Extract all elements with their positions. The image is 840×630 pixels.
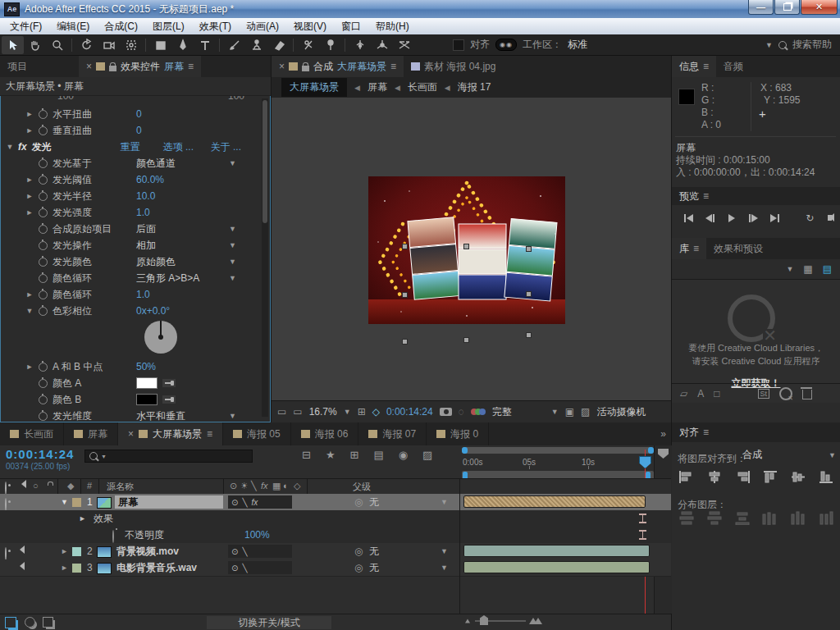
selection-handle[interactable] xyxy=(463,244,469,249)
menu-composition[interactable]: 合成(C) xyxy=(97,18,145,35)
motion-blur-icon[interactable]: ◉ xyxy=(399,449,408,461)
first-frame-button[interactable] xyxy=(680,212,696,224)
workspace-dropdown[interactable]: 标准 ▼ xyxy=(568,38,773,52)
mask-visibility-icon[interactable]: ◇ xyxy=(372,406,380,418)
effect-row[interactable]: ▼ 色彩相位 0x+0.0° xyxy=(0,303,271,319)
selection-handle[interactable] xyxy=(526,246,532,252)
brush-tool[interactable] xyxy=(223,36,245,54)
pickwhip-icon[interactable]: ◎ xyxy=(354,494,363,510)
always-preview-icon[interactable]: ▭ xyxy=(277,406,286,418)
roto-brush-tool[interactable] xyxy=(297,36,319,54)
effect-row[interactable]: 颜色 A xyxy=(0,375,271,391)
group-expander[interactable]: ► xyxy=(79,510,86,527)
property-value[interactable]: 0x+0.0° xyxy=(136,305,170,317)
layer-bar-audio[interactable] xyxy=(463,561,650,573)
close-icon[interactable]: × xyxy=(279,61,285,72)
parent-dropdown[interactable]: 无▼ xyxy=(369,494,448,510)
pickwhip-icon[interactable]: ◎ xyxy=(354,559,363,576)
comp-marker-bin-icon[interactable] xyxy=(658,449,669,459)
scrollbar-cap[interactable] xyxy=(462,447,468,454)
align-checkbox[interactable] xyxy=(453,39,464,51)
composition-viewport[interactable] xyxy=(272,98,672,400)
dropdown-field[interactable]: 后面▼ xyxy=(136,222,236,236)
stopwatch-icon[interactable] xyxy=(39,412,48,421)
expand-transfer-controls-icon[interactable] xyxy=(25,617,35,628)
graph-editor-icon[interactable]: ▨ xyxy=(422,449,432,461)
stopwatch-icon[interactable] xyxy=(112,530,114,543)
tab-comp[interactable]: 屏幕 xyxy=(64,422,118,445)
align-vcenter-icon[interactable] xyxy=(790,470,806,486)
panel-menu-icon[interactable]: ≡ xyxy=(703,190,709,202)
resolution-value[interactable]: 完整 xyxy=(492,405,512,419)
keyframe-in-out-marker[interactable] xyxy=(639,530,646,540)
effect-row[interactable]: ► 垂直扭曲 0 xyxy=(0,122,271,139)
tab-align[interactable]: 对齐 ≡ xyxy=(672,422,716,442)
property-value[interactable]: 60.0% xyxy=(136,174,164,185)
snapshot-icon[interactable] xyxy=(440,408,452,416)
property-value[interactable]: 1.0 xyxy=(136,289,150,300)
breadcrumb-item[interactable]: 屏幕 xyxy=(368,80,387,94)
library-dropdown[interactable]: ▼ xyxy=(786,265,793,273)
character-styles-icon[interactable]: A xyxy=(697,388,704,399)
menu-effect[interactable]: 效果(T) xyxy=(192,18,239,35)
effect-header-row[interactable]: ▼ fx 发光 重置 选项 ... 关于 ... xyxy=(0,139,271,155)
breadcrumb-item[interactable]: 海报 17 xyxy=(458,80,491,94)
clone-stamp-tool[interactable] xyxy=(245,36,267,54)
scrollbar[interactable] xyxy=(262,98,268,417)
zoom-tool[interactable] xyxy=(46,36,68,54)
restore-button[interactable] xyxy=(774,0,800,15)
expander-icon[interactable]: ► xyxy=(23,363,36,371)
label-color-swatch[interactable] xyxy=(72,547,81,556)
hide-shy-layers-icon[interactable]: ⊞ xyxy=(350,449,359,461)
property-value[interactable]: 0 xyxy=(136,125,142,136)
stopwatch-icon[interactable] xyxy=(39,258,48,267)
color-a-swatch[interactable] xyxy=(136,377,158,389)
tab-project[interactable]: 项目 xyxy=(0,56,79,77)
timeline-zoom-slider[interactable] xyxy=(475,620,526,622)
tab-footage[interactable]: 素材 海报 04.jpg xyxy=(404,56,503,77)
tab-composition[interactable]: × 合成 大屏幕场景 ≡ xyxy=(272,56,404,77)
axis-view-icon[interactable] xyxy=(393,36,415,54)
eraser-tool[interactable] xyxy=(267,36,290,54)
effect-row[interactable]: ► 发光强度 1.0 xyxy=(0,204,271,221)
effect-row[interactable]: 发光维度 水平和垂直▼ xyxy=(0,408,271,424)
axis-world-icon[interactable] xyxy=(371,36,393,54)
selection-handle[interactable] xyxy=(402,339,408,345)
chevron-down-icon[interactable]: ▼ xyxy=(344,408,351,416)
tab-libraries[interactable]: 库 ≡ xyxy=(672,238,706,259)
effect-row[interactable]: ► 水平扭曲 0 xyxy=(0,106,271,122)
close-icon[interactable]: × xyxy=(128,428,134,440)
dropdown-field[interactable]: 颜色通道▼ xyxy=(136,157,236,171)
property-value[interactable]: 50% xyxy=(136,361,156,372)
effect-row[interactable]: 颜色循环 三角形 A>B>A▼ xyxy=(0,270,271,286)
parent-dropdown[interactable]: 无▼ xyxy=(369,559,448,576)
chevron-down-icon[interactable]: ▼ xyxy=(551,408,559,416)
selection-handle[interactable] xyxy=(402,244,408,249)
align-hcenter-icon[interactable] xyxy=(706,470,723,486)
tab-comp[interactable]: 海报 05 xyxy=(223,422,291,445)
tab-audio[interactable]: 音频 xyxy=(716,56,751,77)
stopwatch-icon[interactable] xyxy=(39,126,48,135)
selection-handle[interactable] xyxy=(526,291,532,297)
menu-layer[interactable]: 图层(L) xyxy=(145,18,192,35)
time-ruler[interactable]: 0:00s 05s 10s xyxy=(462,455,654,469)
tab-comp-active[interactable]: × 大屏幕场景 ≡ xyxy=(118,422,223,445)
tab-comp[interactable]: 海报 07 xyxy=(358,422,427,445)
timeline-scrollbar[interactable] xyxy=(462,447,654,454)
align-bottom-icon[interactable] xyxy=(818,470,834,486)
expander-icon[interactable]: ► xyxy=(23,290,36,299)
parent-column[interactable]: 父级 xyxy=(353,481,371,493)
timeline-search-input[interactable]: ▼ xyxy=(84,450,253,463)
panel-menu-icon[interactable]: ≡ xyxy=(207,428,212,440)
trash-icon[interactable] xyxy=(802,390,812,399)
tab-effects-presets[interactable]: 效果和预设 xyxy=(706,238,770,259)
dropdown-field[interactable]: 三角形 A>B>A▼ xyxy=(136,272,236,285)
stopwatch-icon[interactable] xyxy=(39,307,48,316)
expander-icon[interactable]: ► xyxy=(23,110,36,118)
breadcrumb-current[interactable]: 大屏幕场景 xyxy=(281,78,347,97)
group-label[interactable]: 效果 xyxy=(94,510,113,527)
layer-bar-video[interactable] xyxy=(463,545,650,557)
parent-dropdown[interactable]: 无▼ xyxy=(369,543,448,559)
opacity-value[interactable]: 100% xyxy=(244,527,270,543)
selection-handle[interactable] xyxy=(402,292,408,298)
